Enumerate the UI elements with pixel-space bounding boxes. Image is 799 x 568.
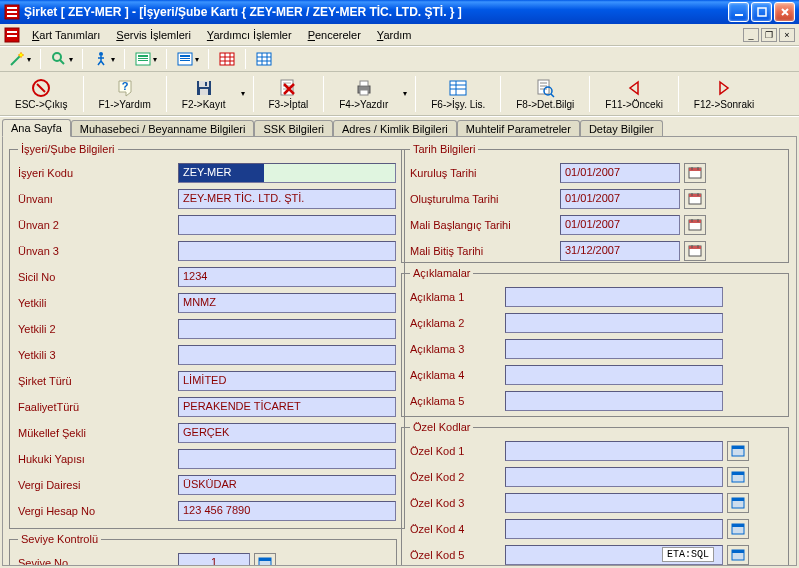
minimize-button[interactable] bbox=[728, 2, 749, 22]
f8-detail-button[interactable]: F8->Det.Bilgi bbox=[507, 74, 583, 114]
mdi-close-button[interactable]: × bbox=[779, 28, 795, 42]
field-yetkili[interactable]: MNMZ bbox=[178, 293, 396, 313]
maximize-button[interactable] bbox=[751, 2, 772, 22]
svg-rect-32 bbox=[450, 81, 466, 95]
mdi-app-icon bbox=[4, 27, 20, 43]
field-ozel3[interactable] bbox=[505, 493, 723, 513]
toolbar-btn-3[interactable]: ▾ bbox=[88, 48, 119, 70]
field-hukuki-yapisi[interactable] bbox=[178, 449, 396, 469]
seviye-lookup-button[interactable] bbox=[254, 553, 276, 566]
ozel5-lookup-button[interactable] bbox=[727, 545, 749, 565]
toolbar-btn-1[interactable]: ▾ bbox=[4, 48, 35, 70]
label-mali-baslangic: Mali Başlangıç Tarihi bbox=[410, 219, 560, 231]
toolbar-btn-4[interactable]: ▾ bbox=[130, 48, 161, 70]
field-unvan2[interactable] bbox=[178, 215, 396, 235]
list-icon bbox=[448, 78, 468, 98]
ozel2-lookup-button[interactable] bbox=[727, 467, 749, 487]
svg-rect-36 bbox=[259, 558, 271, 561]
toolbar-btn-5[interactable]: ▾ bbox=[172, 48, 203, 70]
group-aciklamalar: Açıklamalar Açıklama 1 Açıklama 2 Açıkla… bbox=[401, 267, 789, 417]
tab-adres[interactable]: Adres / Kimlik Bilgileri bbox=[333, 120, 457, 137]
f6-list-button[interactable]: F6->İşy. Lis. bbox=[422, 74, 494, 114]
mdi-minimize-button[interactable]: _ bbox=[743, 28, 759, 42]
mdi-restore-button[interactable]: ❐ bbox=[761, 28, 777, 42]
field-ozel1[interactable] bbox=[505, 441, 723, 461]
group-seviye: Seviye Kontrolü Seviye No1 bbox=[9, 533, 397, 566]
f1-help-button[interactable]: ? F1->Yardım bbox=[90, 74, 160, 114]
field-vergi-hesap-no[interactable]: 123 456 7890 bbox=[178, 501, 396, 521]
svg-rect-26 bbox=[200, 89, 208, 95]
olusturulma-date-button[interactable] bbox=[684, 189, 706, 209]
field-aciklama4[interactable] bbox=[505, 365, 723, 385]
svg-rect-13 bbox=[138, 55, 148, 57]
label-kurulus-tarihi: Kuruluş Tarihi bbox=[410, 167, 560, 179]
f12-next-button[interactable]: F12->Sonraki bbox=[685, 74, 763, 114]
field-mali-baslangic[interactable]: 01/01/2007 bbox=[560, 215, 680, 235]
ozel3-lookup-button[interactable] bbox=[727, 493, 749, 513]
f4-dropdown[interactable]: ▾ bbox=[401, 89, 409, 98]
wand-icon bbox=[8, 50, 26, 68]
field-aciklama3[interactable] bbox=[505, 339, 723, 359]
status-indicator: ETA:SQL bbox=[662, 547, 714, 562]
tab-ssk[interactable]: SSK Bilgileri bbox=[254, 120, 333, 137]
menu-servis-islemleri[interactable]: Servis İşlemleri bbox=[108, 27, 199, 43]
f2-dropdown[interactable]: ▾ bbox=[239, 89, 247, 98]
field-sirket-turu[interactable]: LİMİTED bbox=[178, 371, 396, 391]
field-mali-bitis[interactable]: 31/12/2007 bbox=[560, 241, 680, 261]
svg-rect-46 bbox=[732, 446, 744, 449]
field-yetkili2[interactable] bbox=[178, 319, 396, 339]
kurulus-date-button[interactable] bbox=[684, 163, 706, 183]
svg-rect-17 bbox=[180, 55, 190, 57]
field-unvan3[interactable] bbox=[178, 241, 396, 261]
field-isyeri-kodu[interactable]: ZEY-MER bbox=[178, 163, 396, 183]
svg-rect-50 bbox=[732, 498, 744, 501]
esc-exit-button[interactable]: ESC->Çıkış bbox=[6, 74, 77, 114]
svg-rect-40 bbox=[689, 194, 701, 197]
toolbar-btn-2[interactable]: ▾ bbox=[46, 48, 77, 70]
toolbar-btn-7[interactable] bbox=[251, 48, 277, 70]
save-icon bbox=[194, 78, 214, 98]
svg-rect-5 bbox=[758, 8, 766, 16]
svg-text:?: ? bbox=[121, 80, 128, 92]
tab-muhtelif[interactable]: Muhtelif Parametreler bbox=[457, 120, 580, 137]
mali-bitis-date-button[interactable] bbox=[684, 241, 706, 261]
f4-print-button[interactable]: F4->Yazdır bbox=[330, 74, 397, 114]
tab-muhasebeci[interactable]: Muhasebeci / Beyanname Bilgileri bbox=[71, 120, 255, 137]
svg-rect-38 bbox=[689, 168, 701, 171]
tab-ana-sayfa[interactable]: Ana Sayfa bbox=[2, 119, 71, 137]
close-button[interactable] bbox=[774, 2, 795, 22]
label-yetkili2: Yetkili 2 bbox=[18, 323, 178, 335]
field-seviye-no[interactable]: 1 bbox=[178, 553, 250, 566]
small-toolbar: ▾ ▾ ▾ ▾ ▾ bbox=[0, 46, 799, 72]
field-yetkili3[interactable] bbox=[178, 345, 396, 365]
field-aciklama1[interactable] bbox=[505, 287, 723, 307]
menu-yardimci-islemler[interactable]: Yardımcı İşlemler bbox=[199, 27, 300, 43]
tab-detay[interactable]: Detay Bilgiler bbox=[580, 120, 663, 137]
menu-kart-tanimlari[interactable]: Kart Tanımları bbox=[24, 27, 108, 43]
field-olusturulma-tarihi[interactable]: 01/01/2007 bbox=[560, 189, 680, 209]
field-unvani[interactable]: ZEY-MER TİC. LTD. ŞTİ. bbox=[178, 189, 396, 209]
field-vergi-dairesi[interactable]: ÜSKÜDAR bbox=[178, 475, 396, 495]
svg-rect-3 bbox=[7, 15, 17, 17]
f3-cancel-button[interactable]: F3->İptal bbox=[260, 74, 318, 114]
menu-pencereler[interactable]: Pencereler bbox=[300, 27, 369, 43]
f2-save-button[interactable]: F2->Kayıt bbox=[173, 74, 235, 114]
field-sicil-no[interactable]: 1234 bbox=[178, 267, 396, 287]
mali-baslangic-date-button[interactable] bbox=[684, 215, 706, 235]
field-kurulus-tarihi[interactable]: 01/01/2007 bbox=[560, 163, 680, 183]
field-ozel4[interactable] bbox=[505, 519, 723, 539]
field-faaliyet-turu[interactable]: PERAKENDE TİCARET bbox=[178, 397, 396, 417]
help-icon: ? bbox=[115, 78, 135, 98]
detail-icon bbox=[535, 78, 555, 98]
field-mukellef-sekli[interactable]: GERÇEK bbox=[178, 423, 396, 443]
field-ozel2[interactable] bbox=[505, 467, 723, 487]
toolbar-btn-6[interactable] bbox=[214, 48, 240, 70]
ozel4-lookup-button[interactable] bbox=[727, 519, 749, 539]
field-aciklama5[interactable] bbox=[505, 391, 723, 411]
svg-rect-7 bbox=[7, 31, 17, 33]
menu-yardim[interactable]: Yardım bbox=[369, 27, 420, 43]
ozel1-lookup-button[interactable] bbox=[727, 441, 749, 461]
field-aciklama2[interactable] bbox=[505, 313, 723, 333]
f11-prev-button[interactable]: F11->Önceki bbox=[596, 74, 672, 114]
group-tarih: Tarih Bilgileri Kuruluş Tarihi01/01/2007… bbox=[401, 143, 789, 263]
